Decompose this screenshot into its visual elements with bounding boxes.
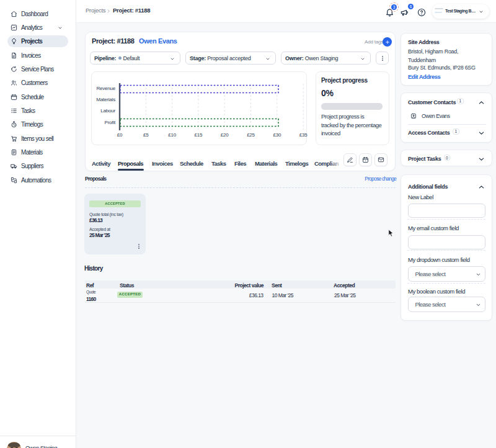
- svg-text:Labour: Labour: [100, 108, 115, 114]
- svg-text:£15: £15: [195, 132, 203, 138]
- svg-text:£10: £10: [168, 132, 176, 138]
- svg-text:£5: £5: [143, 132, 149, 138]
- svg-text:Materials: Materials: [96, 97, 115, 102]
- svg-text:£30: £30: [273, 132, 281, 138]
- svg-text:£25: £25: [247, 132, 255, 138]
- svg-text:Profit: Profit: [105, 120, 116, 125]
- svg-text:Revenue: Revenue: [96, 86, 115, 91]
- svg-text:£20: £20: [221, 132, 229, 138]
- svg-text:£35: £35: [299, 132, 308, 138]
- svg-text:£0: £0: [117, 132, 123, 138]
